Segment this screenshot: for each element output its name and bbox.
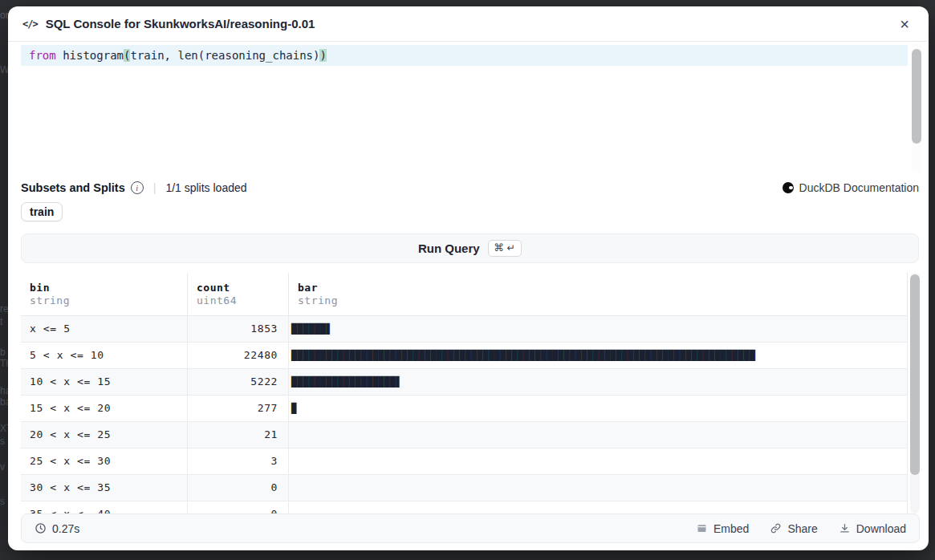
cell-bar: [289, 475, 908, 501]
cell-count: 0: [188, 501, 289, 513]
cell-count: 3: [188, 448, 289, 474]
table-row: 20 < x <= 2521: [21, 422, 908, 448]
embed-icon: [696, 522, 708, 534]
cell-bar: [289, 422, 908, 448]
cell-bar: ██████████████████▋: [289, 369, 908, 395]
cell-bin: 20 < x <= 25: [21, 422, 188, 448]
histogram-bar: ▉: [291, 403, 297, 414]
dialog-header: </> SQL Console for SkunkworksAI/reasoni…: [8, 6, 929, 42]
sql-editor[interactable]: from histogram(train, len(reasoning_chai…: [8, 43, 929, 175]
sql-console-dialog: </> SQL Console for SkunkworksAI/reasoni…: [8, 6, 929, 550]
table-body: x <= 51853██████▋5 < x <= 1022480███████…: [21, 316, 908, 513]
background-text-fragment: s: [0, 496, 5, 507]
subsets-label: Subsets and Splits: [21, 181, 125, 194]
share-button[interactable]: Share: [770, 522, 817, 535]
cell-count: 21: [188, 422, 289, 448]
dialog-title: SQL Console for SkunkworksAI/reasoning-0…: [46, 17, 315, 30]
table-row: 30 < x <= 350: [21, 475, 908, 501]
cell-bar: [289, 501, 908, 513]
divider: |: [153, 181, 157, 194]
cell-bin: 10 < x <= 15: [21, 369, 188, 395]
results-table: bin string count uint64 bar string x <= …: [21, 273, 908, 513]
sql-function: histogram: [56, 49, 124, 62]
table-row: 10 < x <= 155222██████████████████▋: [21, 369, 908, 396]
cell-bar: ████████████████████████████████████████…: [289, 343, 908, 368]
sql-keyword: from: [29, 49, 56, 62]
code-icon: </>: [22, 18, 38, 30]
close-icon: ×: [900, 15, 909, 33]
embed-label: Embed: [713, 522, 749, 535]
cell-count: 22480: [188, 343, 289, 368]
background-text-fragment: b: [0, 347, 6, 358]
background-text-fragment: t: [0, 316, 2, 327]
duckdb-doc-label: DuckDB Documentation: [799, 181, 919, 194]
download-label: Download: [856, 522, 906, 535]
duckdb-icon: [783, 182, 794, 193]
split-chip-train[interactable]: train: [21, 202, 63, 221]
histogram-bar: ██████▋: [291, 323, 332, 335]
background-text-fragment: s: [0, 436, 5, 447]
cell-bin: 25 < x <= 30: [21, 448, 188, 474]
histogram-bar: ██████████████████▋: [291, 376, 401, 388]
sql-query-line: from histogram(train, len(reasoning_chai…: [29, 45, 327, 66]
background-text-fragment: v: [0, 461, 5, 473]
cell-bin: x <= 5: [21, 316, 188, 342]
column-header-count: count uint64: [188, 273, 289, 315]
cell-bin: 30 < x <= 35: [21, 475, 188, 501]
cell-count: 5222: [188, 369, 289, 395]
histogram-bar: ████████████████████████████████████████…: [291, 350, 755, 361]
embed-button[interactable]: Embed: [696, 522, 749, 535]
download-button[interactable]: Download: [839, 522, 906, 535]
share-link-icon: [770, 522, 782, 534]
sql-args: train, len(reasoning_chains): [130, 49, 319, 62]
column-header-bar: bar string: [289, 273, 908, 315]
duckdb-documentation-link[interactable]: DuckDB Documentation: [783, 181, 919, 194]
duration-text: 0.27s: [52, 522, 79, 535]
sql-close-paren: ): [319, 49, 326, 62]
column-name: bin: [30, 281, 187, 294]
table-header-row: bin string count uint64 bar string: [21, 273, 908, 316]
clock-icon: [35, 522, 47, 534]
column-name: bar: [298, 281, 907, 294]
cell-bar: ▉: [289, 396, 908, 421]
table-row: 5 < x <= 1022480████████████████████████…: [21, 343, 908, 369]
column-type: uint64: [197, 294, 288, 307]
query-duration: 0.27s: [35, 522, 79, 535]
table-scrollbar-thumb[interactable]: [910, 274, 920, 475]
share-label: Share: [787, 522, 817, 535]
cell-count: 277: [188, 396, 289, 421]
run-query-label: Run Query: [418, 241, 480, 255]
footer-actions: Embed Share Download: [696, 522, 906, 535]
column-type: string: [30, 294, 187, 307]
splits-loaded-status: 1/1 splits loaded: [165, 181, 246, 194]
cell-count: 0: [188, 475, 289, 501]
cell-bar: [289, 448, 908, 474]
editor-scrollbar-thumb[interactable]: [912, 49, 921, 144]
keyboard-shortcut-badge: ⌘ ↵: [488, 240, 522, 257]
cell-count: 1853: [188, 316, 289, 342]
cell-bin: 15 < x <= 20: [21, 396, 188, 421]
table-row: 25 < x <= 303: [21, 448, 908, 475]
table-row: 15 < x <= 20277▉: [21, 396, 908, 422]
close-button[interactable]: ×: [895, 14, 914, 34]
table-row: x <= 51853██████▋: [21, 316, 908, 343]
download-icon: [839, 522, 851, 534]
cell-bin: 35 < x <= 40: [21, 501, 188, 513]
cell-bin: 5 < x <= 10: [21, 343, 188, 368]
column-type: string: [298, 294, 907, 307]
table-row: 35 < x <= 400: [21, 501, 908, 513]
column-header-bin: bin string: [21, 273, 188, 315]
run-query-button[interactable]: Run Query ⌘ ↵: [21, 233, 919, 263]
info-icon[interactable]: i: [131, 181, 144, 194]
results-footer: 0.27s Embed Share Download: [21, 513, 920, 543]
subsets-header: Subsets and Splits i | 1/1 splits loaded…: [21, 179, 919, 197]
column-name: count: [197, 281, 288, 294]
cell-bar: ██████▋: [289, 316, 908, 342]
